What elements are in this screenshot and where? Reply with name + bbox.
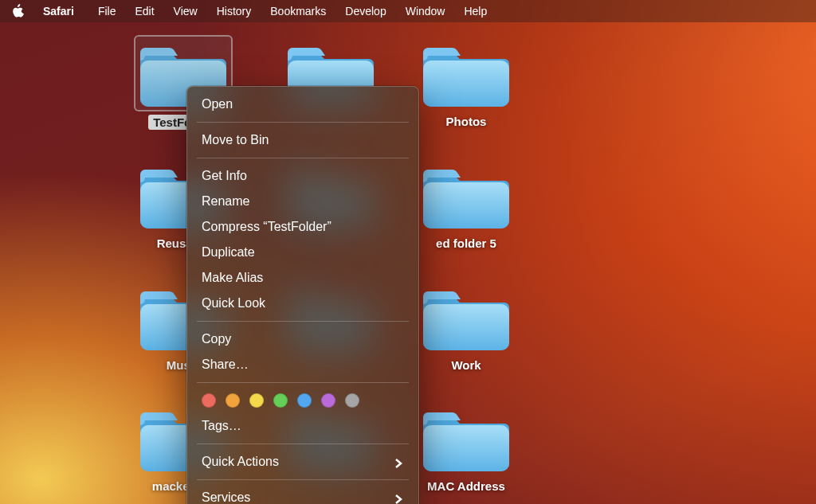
app-name[interactable]: Safari bbox=[37, 5, 80, 18]
context-menu-item[interactable]: Make Alias bbox=[187, 265, 418, 291]
context-menu-item[interactable]: Compress “TestFolder” bbox=[187, 214, 418, 240]
menu-item-view[interactable]: View bbox=[164, 0, 207, 22]
context-menu-item[interactable]: Quick Look bbox=[187, 291, 418, 316]
desktop[interactable]: TestFolder Photos bbox=[0, 22, 816, 504]
svg-rect-11 bbox=[423, 425, 509, 471]
desktop-folder-label: Work bbox=[451, 358, 481, 372]
context-menu-item-label: Share… bbox=[202, 356, 249, 373]
context-menu-separator bbox=[197, 122, 409, 123]
context-menu-item[interactable]: Tags… bbox=[187, 413, 418, 439]
context-menu-item-label: Compress “TestFolder” bbox=[202, 218, 332, 236]
context-menu-item-label: Rename bbox=[202, 193, 249, 210]
context-menu-item-label: Quick Look bbox=[202, 295, 265, 312]
menu-item-help[interactable]: Help bbox=[454, 0, 496, 22]
folder-icon bbox=[423, 40, 509, 108]
menu-item-file[interactable]: File bbox=[88, 0, 126, 22]
svg-rect-2 bbox=[423, 61, 509, 107]
menu-item-window[interactable]: Window bbox=[396, 0, 455, 22]
menu-item-history[interactable]: History bbox=[207, 0, 261, 22]
svg-rect-5 bbox=[423, 182, 509, 229]
menu-item-develop[interactable]: Develop bbox=[335, 0, 395, 22]
tag-color-dot[interactable] bbox=[226, 393, 240, 408]
chevron-right-icon bbox=[393, 456, 404, 467]
desktop-folder-label: MAC Address bbox=[427, 479, 505, 493]
folder-icon bbox=[423, 283, 509, 352]
menu-item-bookmarks[interactable]: Bookmarks bbox=[261, 0, 335, 22]
context-menu-item-label: Quick Actions bbox=[202, 453, 279, 471]
context-menu-item[interactable]: Duplicate bbox=[187, 240, 418, 265]
tag-color-dot[interactable] bbox=[273, 393, 288, 408]
menubar: Safari FileEditViewHistoryBookmarksDevel… bbox=[0, 0, 816, 22]
apple-menu[interactable] bbox=[11, 4, 26, 18]
context-menu: OpenMove to BinGet InfoRenameCompress “T… bbox=[186, 86, 419, 504]
tag-color-dot[interactable] bbox=[297, 393, 312, 408]
context-menu-separator bbox=[197, 443, 409, 444]
context-menu-tags-row bbox=[187, 388, 418, 413]
context-menu-separator bbox=[197, 382, 409, 383]
context-menu-item[interactable]: Services bbox=[187, 485, 418, 504]
context-menu-separator bbox=[197, 321, 409, 322]
desktop-folder-label: ed folder 5 bbox=[436, 236, 496, 250]
apple-logo-icon bbox=[11, 4, 24, 18]
context-menu-item-label: Tags… bbox=[202, 417, 241, 435]
tag-color-dot[interactable] bbox=[321, 393, 335, 408]
context-menu-item-label: Move to Bin bbox=[202, 131, 269, 149]
chevron-right-icon bbox=[393, 492, 404, 503]
context-menu-item[interactable]: Rename bbox=[187, 189, 418, 214]
context-menu-separator bbox=[197, 158, 409, 158]
context-menu-item[interactable]: Move to Bin bbox=[187, 127, 418, 153]
tag-color-dot[interactable] bbox=[345, 393, 359, 408]
menu-item-edit[interactable]: Edit bbox=[125, 0, 163, 22]
desktop-folder-label: Photos bbox=[446, 115, 487, 128]
svg-rect-8 bbox=[423, 304, 509, 350]
context-menu-item-label: Open bbox=[202, 96, 233, 113]
tag-color-dot[interactable] bbox=[249, 393, 264, 408]
context-menu-item-label: Copy bbox=[202, 330, 231, 348]
context-menu-item-label: Services bbox=[202, 489, 250, 504]
folder-icon bbox=[423, 404, 509, 473]
folder-icon bbox=[423, 162, 509, 230]
context-menu-item[interactable]: Copy bbox=[187, 326, 418, 352]
context-menu-item-label: Make Alias bbox=[202, 269, 263, 287]
context-menu-separator bbox=[197, 479, 409, 480]
tag-color-dot[interactable] bbox=[202, 393, 216, 408]
context-menu-item[interactable]: Share… bbox=[187, 352, 418, 377]
context-menu-item[interactable]: Quick Actions bbox=[187, 449, 418, 475]
context-menu-item-label: Duplicate bbox=[202, 244, 255, 261]
context-menu-item[interactable]: Get Info bbox=[187, 163, 418, 189]
context-menu-item-label: Get Info bbox=[202, 167, 247, 185]
context-menu-item[interactable]: Open bbox=[187, 92, 418, 117]
